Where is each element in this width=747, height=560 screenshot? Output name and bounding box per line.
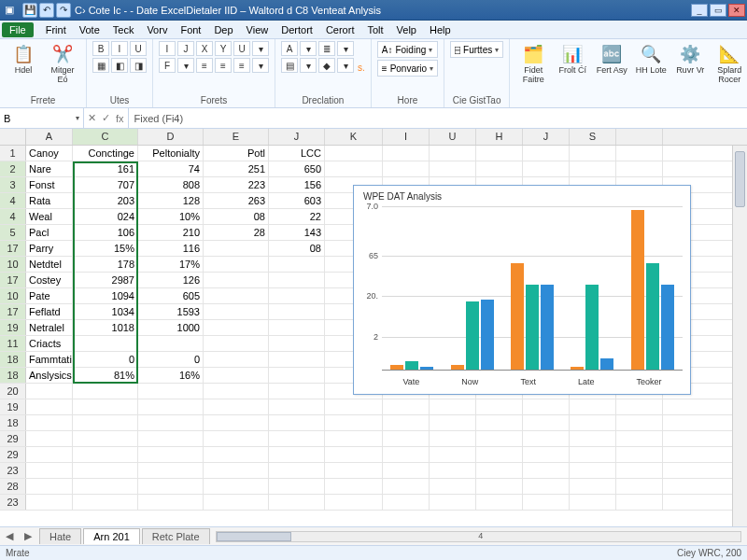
menu-view[interactable]: View	[240, 22, 275, 37]
cell[interactable]	[26, 463, 73, 478]
cell[interactable]: Pate	[26, 288, 73, 303]
row-header[interactable]: 23	[0, 495, 26, 510]
ribbon-splard-rocer-button[interactable]: 📐Splard Rocer	[712, 41, 747, 86]
cell[interactable]	[269, 320, 325, 335]
cell[interactable]	[616, 431, 663, 446]
cell[interactable]	[73, 384, 138, 399]
ribbon-mini-button[interactable]: ▦	[92, 58, 109, 73]
menu-tolt[interactable]: Tolt	[360, 22, 389, 37]
cell[interactable]	[523, 495, 570, 510]
cell[interactable]: 2987	[73, 273, 138, 287]
cell[interactable]: 1034	[73, 304, 138, 319]
cell[interactable]	[73, 463, 138, 478]
cell[interactable]	[325, 479, 383, 494]
cell[interactable]: 128	[138, 193, 204, 208]
sheet-tab-arn-201[interactable]: Arn 201	[83, 528, 140, 544]
cell[interactable]	[325, 415, 383, 430]
cell[interactable]	[325, 447, 383, 462]
cell[interactable]	[325, 495, 383, 510]
ribbon-frolt-ćí-button[interactable]: 📊Frolt Ćí	[555, 41, 590, 77]
cell[interactable]: 143	[269, 225, 325, 240]
cell[interactable]	[476, 415, 523, 430]
column-header[interactable]: E	[204, 129, 269, 145]
cell[interactable]	[476, 431, 523, 446]
cell[interactable]	[204, 352, 269, 367]
cell[interactable]	[204, 399, 269, 414]
cell[interactable]: Rata	[26, 193, 73, 208]
cell[interactable]	[383, 495, 430, 510]
cell[interactable]	[523, 161, 570, 176]
cancel-entry-icon[interactable]: ✕	[88, 112, 96, 124]
chart-bar[interactable]	[661, 285, 674, 370]
cell[interactable]	[26, 415, 73, 430]
cell[interactable]: 178	[73, 257, 138, 272]
cell[interactable]: 605	[138, 288, 204, 303]
row-header[interactable]: 18	[0, 352, 26, 367]
menu-velp[interactable]: Velp	[390, 22, 423, 37]
column-header[interactable]: D	[138, 129, 204, 145]
cell[interactable]	[570, 495, 616, 510]
cell[interactable]	[570, 415, 616, 430]
cell[interactable]	[269, 368, 325, 383]
formula-bar[interactable]	[128, 108, 747, 128]
column-header[interactable]	[616, 129, 663, 145]
row-header[interactable]: 20	[0, 384, 26, 399]
cell[interactable]: 15%	[73, 241, 138, 256]
file-tab[interactable]: File	[2, 22, 34, 37]
column-header[interactable]: J	[523, 129, 570, 145]
formula-input[interactable]	[134, 113, 741, 124]
cell[interactable]: Criacts	[26, 336, 73, 351]
ribbon-mitger-eó-button[interactable]: ✂️Mitger Eó	[45, 41, 80, 86]
chart-bar[interactable]	[571, 367, 584, 371]
ribbon-mini-button[interactable]: ▾	[300, 41, 317, 56]
cell[interactable]	[616, 447, 663, 462]
cell[interactable]: 210	[138, 225, 204, 240]
menu-font[interactable]: Font	[174, 22, 207, 37]
cell[interactable]: Feflatd	[26, 304, 73, 319]
chart-bar[interactable]	[420, 367, 433, 371]
cell[interactable]: Canoy	[26, 146, 73, 161]
cell[interactable]	[383, 146, 430, 161]
name-box-dropdown-icon[interactable]: ▾	[76, 114, 79, 122]
row-header[interactable]: 4	[0, 209, 26, 224]
cell[interactable]: 126	[138, 273, 204, 287]
row-header[interactable]: 3	[0, 177, 26, 192]
cell[interactable]	[476, 495, 523, 510]
cell[interactable]: Weal	[26, 209, 73, 224]
row-header[interactable]: 1	[0, 146, 26, 161]
chart-bar[interactable]	[631, 210, 644, 371]
cell[interactable]	[204, 415, 269, 430]
cell[interactable]: LCC	[269, 146, 325, 161]
menu-dep[interactable]: Dep	[207, 22, 239, 37]
cell[interactable]	[26, 399, 73, 414]
cell[interactable]: Pacl	[26, 225, 73, 240]
cell[interactable]	[570, 161, 616, 176]
cell[interactable]	[616, 463, 663, 478]
ribbon-ponvario-dropdown[interactable]: ≡Ponvario▾	[377, 60, 438, 77]
cell[interactable]	[204, 288, 269, 303]
row-header[interactable]: 18	[0, 415, 26, 430]
cell[interactable]	[138, 384, 204, 399]
sheet-tab-hate[interactable]: Hate	[39, 528, 81, 544]
ribbon-ruvr-vr-button[interactable]: ⚙️Ruvr Vr	[672, 41, 708, 77]
cell[interactable]	[26, 431, 73, 446]
ribbon-mini-button[interactable]: I	[111, 41, 128, 56]
cell[interactable]	[570, 146, 616, 161]
cell[interactable]: Nare	[26, 161, 73, 176]
menu-vorv[interactable]: Vorv	[140, 22, 174, 37]
cell[interactable]	[269, 399, 325, 414]
cell[interactable]: 74	[138, 161, 204, 176]
ribbon-hh-lote-button[interactable]: 🔍HH Lote	[633, 41, 669, 77]
cell[interactable]	[204, 384, 269, 399]
ribbon-mini-button[interactable]: ▾	[177, 58, 194, 73]
cell[interactable]	[476, 479, 523, 494]
ribbon-mini-button[interactable]: ≡	[196, 58, 213, 73]
cell[interactable]	[138, 336, 204, 351]
cell[interactable]	[523, 479, 570, 494]
cell[interactable]	[570, 479, 616, 494]
cell[interactable]	[269, 463, 325, 478]
cell[interactable]	[204, 336, 269, 351]
menu-vote[interactable]: Vote	[73, 22, 106, 37]
cell[interactable]	[73, 495, 138, 510]
row-header[interactable]: 28	[0, 479, 26, 494]
